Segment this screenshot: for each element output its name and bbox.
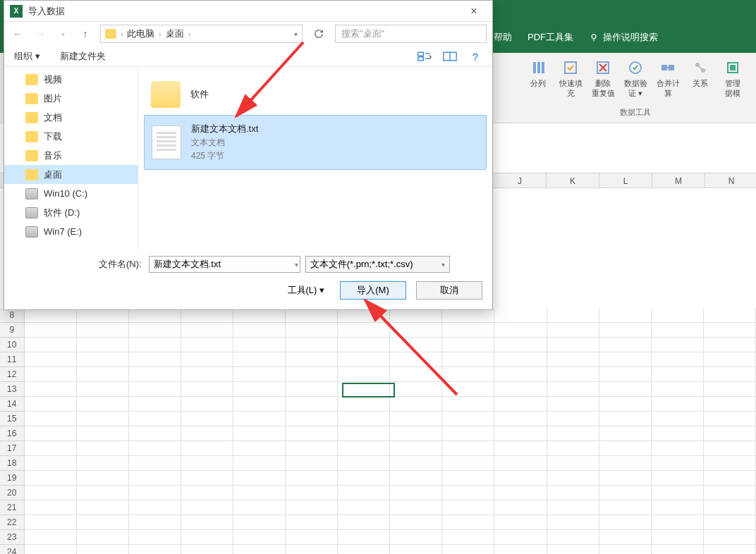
cell[interactable] — [599, 456, 652, 471]
cell[interactable] — [704, 441, 756, 456]
cell[interactable] — [338, 308, 390, 323]
cell[interactable] — [338, 545, 390, 554]
cell[interactable] — [599, 426, 652, 441]
cell[interactable] — [181, 486, 233, 500]
row-header[interactable]: 13 — [0, 382, 25, 397]
cell[interactable] — [338, 426, 390, 441]
cell[interactable] — [704, 515, 756, 530]
cell[interactable] — [599, 338, 652, 352]
column-header[interactable]: N — [705, 173, 756, 187]
cell[interactable] — [338, 456, 390, 471]
sidebar-item[interactable]: 视频 — [4, 70, 138, 89]
row-header[interactable]: 15 — [0, 412, 25, 426]
cell[interactable] — [652, 515, 704, 530]
cell[interactable] — [547, 412, 599, 426]
cell[interactable] — [599, 545, 652, 554]
cell[interactable] — [233, 486, 286, 500]
tab-help[interactable]: 帮助 — [494, 31, 512, 44]
cell[interactable] — [390, 500, 442, 515]
cell[interactable] — [233, 367, 286, 382]
sidebar-item[interactable]: 音乐 — [4, 146, 138, 165]
sidebar-item[interactable]: Win10 (C:) — [4, 184, 138, 203]
cell[interactable] — [25, 545, 77, 554]
cell[interactable] — [25, 426, 77, 441]
cell[interactable] — [286, 426, 338, 441]
cell[interactable] — [494, 367, 547, 382]
sidebar-item[interactable]: 桌面 — [4, 165, 138, 184]
cell[interactable] — [25, 308, 77, 323]
cell[interactable] — [77, 545, 129, 554]
cell[interactable] — [233, 456, 286, 471]
cell[interactable] — [442, 500, 494, 515]
row-header[interactable]: 24 — [0, 545, 25, 554]
sidebar-item[interactable]: 下载 — [4, 127, 138, 146]
cell[interactable] — [442, 545, 494, 554]
cell[interactable] — [181, 308, 233, 323]
cell[interactable] — [25, 338, 77, 352]
cell[interactable] — [390, 441, 442, 456]
filename-input[interactable] — [149, 256, 300, 273]
cell[interactable] — [77, 441, 129, 456]
cell[interactable] — [181, 441, 233, 456]
cell[interactable] — [77, 382, 129, 397]
cell[interactable] — [25, 397, 77, 412]
cell[interactable] — [547, 486, 599, 500]
cell[interactable] — [599, 352, 652, 367]
cell[interactable] — [547, 441, 599, 456]
file-list[interactable]: 软件新建文本文档.txt文本文档425 字节 — [138, 67, 492, 249]
cell[interactable] — [599, 382, 652, 397]
cell[interactable] — [286, 367, 338, 382]
cell[interactable] — [77, 352, 129, 367]
cell[interactable] — [25, 500, 77, 515]
help-button[interactable]: ? — [468, 51, 482, 62]
row-header[interactable]: 11 — [0, 352, 25, 367]
cell[interactable] — [181, 530, 233, 545]
cell[interactable] — [338, 382, 390, 397]
cell[interactable] — [494, 500, 547, 515]
cell[interactable] — [652, 471, 704, 486]
cell[interactable] — [77, 471, 129, 486]
cell[interactable] — [652, 412, 704, 426]
nav-up-button[interactable]: ↑ — [78, 26, 93, 42]
cell[interactable] — [25, 367, 77, 382]
sidebar-item[interactable]: 软件 (D:) — [4, 203, 138, 222]
cell[interactable] — [25, 486, 77, 500]
import-button[interactable]: 导入(M) — [340, 281, 406, 300]
cell[interactable] — [704, 308, 756, 323]
cell[interactable] — [25, 456, 77, 471]
cell[interactable] — [181, 323, 233, 338]
cell[interactable] — [704, 486, 756, 500]
column-header[interactable]: K — [547, 173, 599, 187]
path-part[interactable]: 此电脑 — [127, 27, 154, 40]
cell[interactable] — [181, 382, 233, 397]
cell[interactable] — [338, 486, 390, 500]
cell[interactable] — [547, 515, 599, 530]
cell[interactable] — [181, 471, 233, 486]
cell[interactable] — [547, 500, 599, 515]
cell[interactable] — [181, 352, 233, 367]
cell[interactable] — [129, 500, 181, 515]
cell[interactable] — [338, 530, 390, 545]
tell-me-search[interactable]: 操作说明搜索 — [589, 31, 658, 44]
ribbon-button[interactable]: 数据验 证 ▾ — [619, 57, 652, 99]
file-item[interactable]: 软件 — [144, 74, 487, 115]
cell[interactable] — [233, 352, 286, 367]
cell[interactable] — [704, 382, 756, 397]
tab-pdf[interactable]: PDF工具集 — [528, 31, 573, 44]
cell[interactable] — [233, 412, 286, 426]
cell[interactable] — [390, 412, 442, 426]
cell[interactable] — [181, 515, 233, 530]
cell[interactable] — [338, 412, 390, 426]
filename-dropdown-icon[interactable]: ▾ — [295, 261, 298, 269]
cell[interactable] — [390, 323, 442, 338]
tools-menu[interactable]: 工具(L) ▾ — [282, 283, 331, 298]
cell[interactable] — [77, 530, 129, 545]
cell[interactable] — [233, 471, 286, 486]
cell[interactable] — [547, 397, 599, 412]
cell[interactable] — [390, 530, 442, 545]
cell[interactable] — [390, 456, 442, 471]
cell[interactable] — [704, 338, 756, 352]
cell[interactable] — [599, 323, 652, 338]
cell[interactable] — [442, 338, 494, 352]
cell[interactable] — [704, 352, 756, 367]
